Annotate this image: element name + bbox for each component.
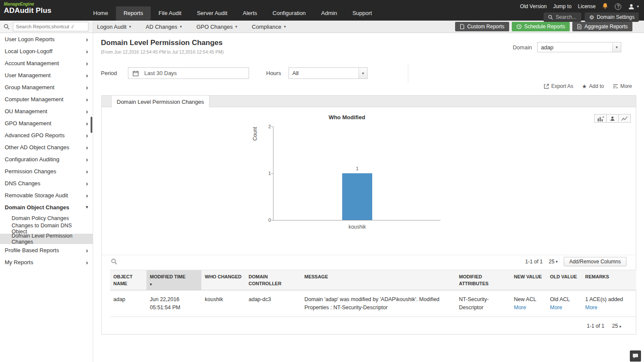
page-size-select[interactable]: 25 ▾: [549, 259, 558, 265]
nav-home[interactable]: Home: [85, 6, 116, 21]
user-icon: [628, 3, 635, 10]
chart-y-axis-label: Count: [252, 127, 258, 141]
add-remove-columns-button[interactable]: Add/Remove Columns: [564, 257, 626, 266]
jump-to-link[interactable]: Jump to: [553, 3, 571, 9]
sidebar-item-computer-management[interactable]: Computer Management›: [0, 93, 93, 105]
record-count: 1-1 of 1: [525, 259, 543, 265]
sidebar-item-user-management[interactable]: User Management›: [0, 69, 93, 81]
table-search-icon[interactable]: [111, 258, 117, 266]
user-summary-icon[interactable]: [606, 114, 619, 123]
chart-title: Who Modified: [308, 114, 386, 121]
sidebar-item-removable-storage-audit[interactable]: Removable Storage Audit›: [0, 189, 93, 201]
export-icon: [544, 84, 549, 89]
col-old-value[interactable]: OLD VALUE: [547, 270, 582, 290]
col-domain-controller[interactable]: DOMAIN CONTROLLER: [245, 270, 301, 290]
domain-settings-button[interactable]: ⚙ Domain Settings: [585, 12, 639, 22]
chevron-down-icon: ▾: [180, 24, 182, 29]
menu-compliance[interactable]: Compliance▾: [252, 24, 286, 30]
sidebar-item-configuration-auditing[interactable]: Configuration Auditing›: [0, 153, 93, 165]
nav-support[interactable]: Support: [345, 6, 380, 21]
sidebar-scrollbar[interactable]: [91, 117, 92, 133]
schedule-reports-button[interactable]: Schedule Reports: [512, 22, 570, 31]
feedback-chat-button[interactable]: [630, 350, 641, 362]
col-who-changed[interactable]: WHO CHANGED: [201, 270, 245, 290]
menu-gpo-changes[interactable]: GPO Changes▾: [196, 24, 237, 30]
nav-file-audit[interactable]: File Audit: [151, 6, 189, 21]
sidebar-item-account-management[interactable]: Account Management›: [0, 57, 93, 69]
col-modified-attributes[interactable]: MODIFIED ATTRIBUTES: [456, 270, 510, 290]
brand-adaudit-plus: ADAudit Plus: [4, 6, 52, 15]
chevron-right-icon: ›: [86, 84, 88, 90]
sidebar-item-gpo-management[interactable]: GPO Management›: [0, 117, 93, 129]
report-actions: Export As ★ Add to More: [544, 83, 632, 89]
custom-reports-button[interactable]: Custom Reports: [455, 22, 509, 31]
nav-admin[interactable]: Admin: [313, 6, 345, 21]
sidebar-item-group-management[interactable]: Group Management›: [0, 81, 93, 93]
old-version-link[interactable]: Old Version: [520, 3, 547, 9]
col-new-value[interactable]: NEW VALUE: [510, 270, 547, 290]
more-button[interactable]: More: [613, 83, 632, 89]
nav-reports[interactable]: Reports: [116, 6, 151, 21]
sidebar-item-other-ad-object-changes[interactable]: Other AD Object Changes›: [0, 141, 93, 153]
col-remarks[interactable]: REMARKS: [582, 270, 636, 290]
add-to-button[interactable]: ★ Add to: [582, 83, 604, 89]
nav-server-audit[interactable]: Server Audit: [189, 6, 235, 21]
nav-configuration[interactable]: Configuration: [265, 6, 313, 21]
export-as-button[interactable]: Export As: [544, 83, 573, 89]
main-content: Domain Level Permission Changes (From Ju…: [93, 33, 644, 362]
menu-ad-changes[interactable]: AD Changes▾: [146, 24, 182, 30]
sidebar-item-domain-policy-changes[interactable]: Domain Policy Changes: [0, 213, 93, 223]
sidebar-item-domain-level-permission-changes[interactable]: Domain Level Permission Changes: [0, 234, 93, 244]
domain-selector-wrap: Domain adap ▾: [513, 42, 621, 52]
cell-message: Domain 'adap' was modified by 'ADAP\kous…: [301, 290, 456, 317]
sidebar-item-domain-object-changes[interactable]: Domain Object Changes▾: [0, 201, 93, 213]
old-value-more-link[interactable]: More: [550, 304, 562, 312]
hours-select[interactable]: All ▾: [289, 67, 368, 79]
sidebar-item-changes-to-domain-dns-object[interactable]: Changes to Domain DNS Object: [0, 223, 93, 234]
remarks-more-link[interactable]: More: [585, 304, 597, 312]
col-message[interactable]: MESSAGE: [301, 270, 456, 290]
help-icon[interactable]: ?: [615, 3, 621, 10]
clock-icon: [516, 24, 522, 29]
app-logo[interactable]: ManageEngine ADAudit Plus: [4, 2, 52, 15]
new-value-more-link[interactable]: More: [514, 304, 526, 312]
chevron-right-icon: ›: [86, 168, 88, 175]
sidebar-item-dns-changes[interactable]: DNS Changes›: [0, 177, 93, 189]
license-link[interactable]: License: [578, 3, 595, 9]
domain-select[interactable]: adap ▾: [537, 42, 621, 52]
table-controls: 1-1 of 1 25 ▾ Add/Remove Columns: [102, 255, 636, 270]
col-modified-time[interactable]: MODIFIED TIME▾: [146, 270, 201, 290]
report-search-input[interactable]: [13, 22, 88, 31]
tab-domain-level-permission-changes[interactable]: Domain Level Permission Changes: [111, 96, 210, 108]
footer-page-size-select[interactable]: 25 ▴: [612, 323, 621, 329]
chevron-down-icon: ▾: [637, 4, 639, 9]
chevron-right-icon: ›: [86, 259, 88, 265]
sidebar-item-permission-changes[interactable]: Permission Changes›: [0, 165, 93, 177]
sidebar-item-ou-management[interactable]: OU Management›: [0, 105, 93, 117]
chevron-right-icon: ›: [86, 96, 88, 103]
aggregate-reports-button[interactable]: Aggregate Reports: [572, 22, 632, 31]
chart-area: Who Modified Count 2 1 0: [102, 107, 636, 255]
notification-bell-icon[interactable]: [602, 3, 608, 10]
period-picker[interactable]: Last 30 Days: [128, 67, 249, 79]
sidebar-item-user-logon-reports[interactable]: User Logon Reports›: [0, 33, 93, 45]
table-footer: 1-1 of 1 25 ▴: [102, 317, 636, 329]
toolbar-buttons: Custom Reports Schedule Reports Aggregat…: [455, 22, 632, 31]
global-search-button[interactable]: Search...: [544, 12, 581, 22]
sidebar-item-profile-based-reports[interactable]: Profile Based Reports›: [0, 244, 93, 256]
bar-chart-icon[interactable]: [594, 114, 607, 123]
chart-bar-koushik[interactable]: [342, 173, 372, 220]
sidebar-item-advanced-gpo-reports[interactable]: Advanced GPO Reports›: [0, 129, 93, 141]
cell-remarks: 1 ACE(s) addedMore: [582, 290, 636, 317]
nav-alerts[interactable]: Alerts: [235, 6, 265, 21]
sort-desc-icon: ▾: [150, 282, 198, 287]
search-icon: [548, 15, 553, 20]
menu-logon-audit[interactable]: Logon Audit▾: [97, 24, 131, 30]
user-menu[interactable]: ▾: [628, 3, 639, 10]
sidebar-item-my-reports[interactable]: My Reports›: [0, 256, 93, 268]
chevron-up-icon: ▴: [619, 324, 621, 328]
line-chart-icon[interactable]: [618, 114, 631, 123]
sidebar-item-local-logon-logoff[interactable]: Local Logon-Logoff›: [0, 45, 93, 57]
search-icon[interactable]: [0, 22, 13, 31]
col-object-name[interactable]: OBJECT NAME: [110, 270, 146, 290]
